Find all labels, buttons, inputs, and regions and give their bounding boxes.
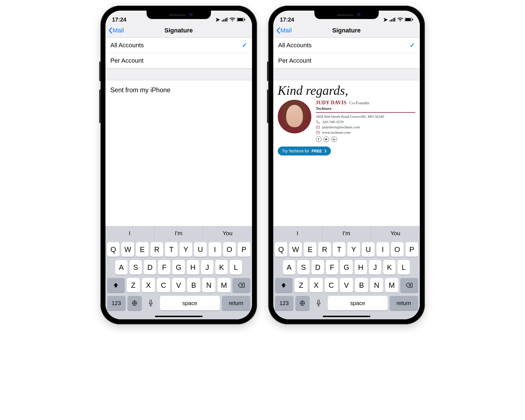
key-v[interactable]: V [172,278,185,292]
key-c[interactable]: C [157,278,170,292]
key-j[interactable]: J [369,260,381,275]
key-t[interactable]: T [333,242,345,257]
mail-icon [316,125,320,129]
key-o[interactable]: O [391,242,404,257]
key-t[interactable]: T [165,242,178,257]
prediction-1[interactable]: I [105,226,154,240]
key-shift[interactable] [275,278,293,292]
prediction-3[interactable]: You [203,226,252,240]
key-v[interactable]: V [340,278,353,292]
signature-name: JUDY DAVIS [316,100,347,105]
key-q[interactable]: Q [275,242,288,257]
row-per-account[interactable]: Per Account [105,53,252,69]
key-p[interactable]: P [238,242,250,257]
home-indicator[interactable] [155,316,203,317]
facebook-icon[interactable]: f [316,136,321,142]
key-123[interactable]: 123 [107,296,126,310]
key-z[interactable]: Z [295,278,308,292]
key-123[interactable]: 123 [275,296,293,310]
key-n[interactable]: N [202,278,215,292]
key-x[interactable]: X [142,278,155,292]
key-f[interactable]: F [326,260,338,275]
key-dictate[interactable] [312,296,326,310]
home-indicator[interactable] [323,316,370,317]
key-backspace[interactable] [232,278,250,292]
key-e[interactable]: E [136,242,149,257]
key-backspace[interactable] [400,278,418,292]
signature-editor[interactable]: Kind regards, JUDY DAVIS Co-Founder Tech… [273,80,420,226]
key-u[interactable]: U [194,242,207,257]
wifi-icon [397,16,403,23]
key-y[interactable]: Y [180,242,192,257]
key-g[interactable]: G [340,260,352,275]
key-i[interactable]: I [209,242,221,257]
row-all-accounts[interactable]: All Accounts ✓ [105,38,252,53]
prediction-3[interactable]: You [371,226,420,240]
linkedin-icon[interactable]: in [331,136,337,142]
prediction-2[interactable]: I'm [322,226,371,240]
key-dictate[interactable] [144,296,158,310]
key-g[interactable]: G [172,260,185,275]
key-l[interactable]: L [230,260,242,275]
location-icon: ➤ [215,16,220,23]
key-return[interactable]: return [222,296,250,310]
key-b[interactable]: B [187,278,200,292]
row-all-accounts[interactable]: All Accounts ✓ [273,38,420,53]
key-x[interactable]: X [310,278,323,292]
phone-text: 320-748-3578 [322,120,344,124]
key-m[interactable]: M [385,278,398,292]
key-space[interactable]: space [328,296,388,310]
key-c[interactable]: C [325,278,338,292]
key-w[interactable]: W [121,242,134,257]
key-return[interactable]: return [390,296,418,310]
key-r[interactable]: R [318,242,331,257]
cta-button[interactable]: Try Techture for FREE [278,147,331,155]
social-icons: f in [316,136,415,142]
key-h[interactable]: H [187,260,199,275]
key-l[interactable]: L [397,260,410,275]
key-k[interactable]: K [215,260,228,275]
keyboard: I I'm You Q W E R T Y U I O P A S D [273,226,420,319]
row-per-account[interactable]: Per Account [273,53,420,69]
key-s[interactable]: S [297,260,310,275]
wifi-icon [230,16,235,23]
key-globe[interactable] [295,296,310,310]
key-a[interactable]: A [283,260,295,275]
svg-rect-5 [237,18,243,21]
key-q[interactable]: Q [107,242,120,257]
back-button[interactable]: Mail [108,27,124,34]
key-r[interactable]: R [150,242,163,257]
key-globe[interactable] [128,296,142,310]
key-z[interactable]: Z [127,278,140,292]
signature-editor[interactable]: Sent from my iPhone [105,80,252,226]
key-a[interactable]: A [115,260,128,275]
key-space[interactable]: space [160,296,220,310]
twitter-icon[interactable] [324,136,329,142]
key-f[interactable]: F [158,260,170,275]
key-b[interactable]: B [355,278,368,292]
back-button[interactable]: Mail [276,27,292,34]
key-m[interactable]: M [217,278,230,292]
svg-rect-17 [316,131,319,134]
mic-icon [316,300,321,306]
key-h[interactable]: H [355,260,367,275]
globe-icon [299,300,305,306]
prediction-2[interactable]: I'm [154,226,203,240]
key-u[interactable]: U [362,242,375,257]
key-i[interactable]: I [376,242,389,257]
key-y[interactable]: Y [347,242,360,257]
prediction-1[interactable]: I [273,226,322,240]
key-j[interactable]: J [201,260,213,275]
key-d[interactable]: D [144,260,156,275]
key-s[interactable]: S [130,260,142,275]
key-w[interactable]: W [289,242,302,257]
key-k[interactable]: K [383,260,395,275]
key-o[interactable]: O [223,242,236,257]
key-d[interactable]: D [312,260,324,275]
nav-bar: Mail Signature [105,23,252,38]
signature-phone: 320-748-3578 [316,120,415,124]
key-n[interactable]: N [370,278,383,292]
key-p[interactable]: P [406,242,418,257]
key-shift[interactable] [107,278,125,292]
key-e[interactable]: E [304,242,316,257]
